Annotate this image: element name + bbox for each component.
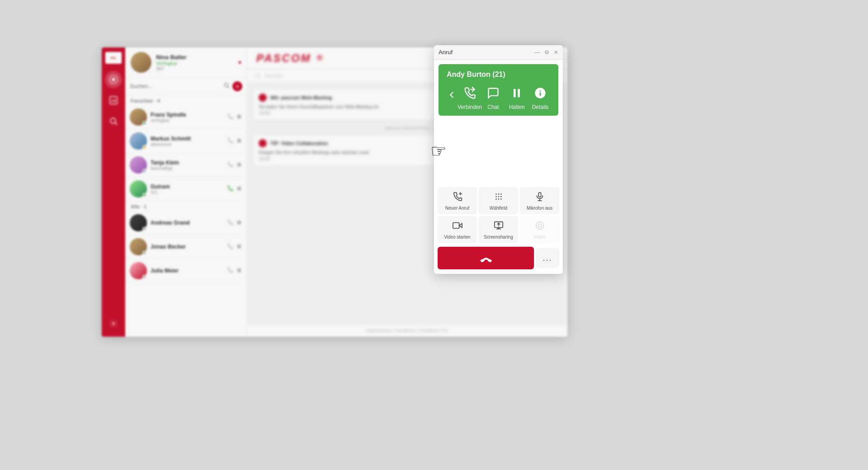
svg-marker-9 (236, 114, 242, 119)
sidebar-home-icon[interactable] (105, 71, 122, 88)
sidebar-settings-icon[interactable] (105, 315, 122, 332)
minimize-button[interactable]: — (534, 49, 540, 56)
pause-icon (508, 84, 526, 102)
contact-list: Franz Spindle verfügbar (125, 105, 247, 337)
favorites-label: Favoriten · 4 (125, 95, 247, 105)
all-contacts-label: Alle · 1 (125, 201, 247, 211)
call-icon[interactable] (227, 185, 233, 193)
sidebar-search-icon[interactable] (105, 113, 122, 130)
call-chat-button[interactable]: Chat (481, 84, 505, 110)
more-button[interactable]: ... (536, 248, 559, 268)
transfer-label: Verbinden (458, 104, 482, 110)
hangup-button[interactable] (438, 247, 534, 269)
video-start-button[interactable]: Video starten (438, 216, 477, 243)
svg-marker-11 (236, 162, 242, 167)
hold-label: Halten (509, 104, 525, 110)
star-icon[interactable] (236, 137, 242, 145)
call-icon[interactable] (227, 137, 233, 145)
close-button[interactable]: ✕ (554, 49, 558, 56)
add-contact-button[interactable]: + (232, 81, 242, 91)
svg-point-30 (498, 196, 499, 197)
svg-marker-15 (236, 268, 242, 273)
user-dropdown-arrow[interactable]: ▾ (238, 59, 241, 66)
star-icon[interactable] (236, 267, 242, 275)
call-action-bar: Andy Burton (21) Verbinden (439, 64, 558, 116)
svg-rect-35 (538, 193, 541, 197)
pascom-brand-logo: PASCOM (256, 52, 311, 65)
svg-marker-38 (459, 223, 462, 227)
star-icon[interactable] (236, 185, 242, 193)
svg-point-44 (538, 224, 541, 227)
search-input[interactable] (130, 83, 221, 89)
video2-icon (535, 221, 545, 233)
star-icon[interactable] (236, 161, 242, 169)
svg-point-28 (500, 193, 502, 195)
video2-label: Video (534, 235, 545, 240)
call-icon[interactable] (227, 219, 233, 227)
svg-point-29 (495, 196, 497, 197)
dialpad-button[interactable]: Wählfeld (479, 187, 518, 214)
contact-item[interactable]: Jonas Becker (125, 235, 247, 259)
contact-item[interactable]: Franz Spindle verfügbar (125, 105, 247, 129)
contact-name: Franz Spindle (151, 112, 223, 118)
call-hold-button[interactable]: Halten (505, 84, 528, 110)
contact-item[interactable]: Julia Meier (125, 259, 247, 283)
svg-point-16 (255, 74, 259, 77)
call-icon[interactable] (227, 243, 233, 251)
svg-rect-20 (518, 89, 520, 98)
svg-point-31 (500, 196, 502, 197)
video-start-label: Video starten (444, 235, 471, 240)
screenshare-label: Screensharing (484, 235, 513, 240)
search-icon[interactable] (223, 82, 230, 90)
call-icon[interactable] (227, 113, 233, 121)
svg-point-6 (113, 323, 115, 325)
video-icon (453, 221, 462, 233)
call-transfer-button[interactable]: Verbinden (458, 84, 481, 110)
dialpad-label: Wählfeld (490, 206, 507, 211)
add-call-icon (453, 192, 462, 204)
call-window-body: Andy Burton (21) Verbinden (434, 64, 563, 274)
call-window: Anruf — ⚙ ✕ Andy Burton (21) (434, 45, 563, 274)
chat-icon (484, 84, 502, 102)
chat-label: Chat (487, 104, 499, 110)
user-ext: 307 (156, 66, 234, 71)
avatar (131, 52, 151, 73)
svg-rect-19 (514, 89, 516, 98)
dialpad-icon (494, 192, 504, 204)
call-controls-grid: Neuer Anruf Wä (434, 183, 563, 245)
svg-point-7 (224, 83, 228, 87)
sidebar-red: PC AB (102, 47, 125, 337)
user-name: Nina Baller (156, 54, 234, 61)
svg-point-34 (500, 198, 502, 200)
user-header: Nina Baller Verfügbar 307 ▾ (125, 47, 247, 78)
star-icon[interactable] (236, 219, 242, 227)
mute-button[interactable]: Mikrofon aus (520, 187, 559, 214)
contact-item[interactable]: Markus Schmitt abwesend (125, 129, 247, 153)
contacts-panel: Nina Baller Verfügbar 307 ▾ + Favoriten … (125, 47, 247, 337)
svg-line-5 (115, 123, 118, 125)
maximize-button[interactable]: ⚙ (544, 49, 549, 56)
screenshare-button[interactable]: Screensharing (479, 216, 518, 243)
call-empty-area (434, 120, 563, 183)
svg-point-1 (112, 78, 115, 81)
search-bar: + (125, 78, 247, 95)
star-icon[interactable] (236, 243, 242, 251)
video2-button[interactable]: Video (520, 216, 559, 243)
new-call-label: Neuer Anruf (445, 206, 469, 211)
svg-point-32 (495, 198, 497, 200)
call-window-titlebar: Anruf — ⚙ ✕ (434, 45, 563, 60)
contact-item[interactable]: Tanja Klein beschäftigt (125, 153, 247, 177)
call-icon[interactable] (227, 267, 233, 275)
call-details-button[interactable]: Details (528, 84, 552, 110)
star-icon[interactable] (236, 113, 242, 121)
new-call-button[interactable]: Neuer Anruf (438, 187, 477, 214)
svg-marker-14 (236, 244, 242, 249)
more-icon: ... (542, 254, 552, 263)
contact-item[interactable]: Andreas Grand (125, 211, 247, 235)
mic-icon (535, 192, 545, 204)
info-icon (531, 84, 549, 102)
call-back-button[interactable] (445, 87, 458, 103)
contact-item[interactable]: Gutram 321 (125, 177, 247, 201)
sidebar-contacts-icon[interactable]: AB (105, 92, 122, 109)
call-icon[interactable] (227, 161, 233, 169)
